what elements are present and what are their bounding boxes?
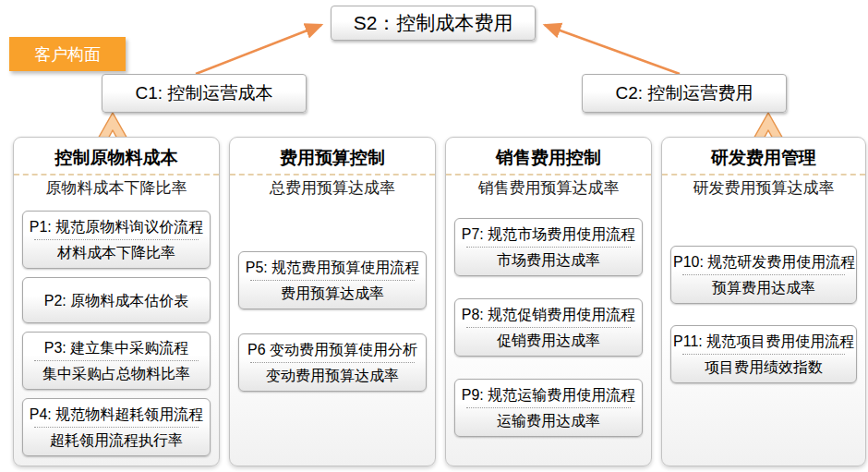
process-metric: 变动费用预算达成率 bbox=[241, 364, 424, 387]
process-metric: 集中采购占总物料比率 bbox=[25, 362, 208, 385]
process-item-p4: P4: 规范物料超耗领用流程 超耗领用流程执行率 bbox=[22, 398, 211, 456]
strategy-map-diagram: 客户构面 S2：控制成本费用 C1: 控制运营成本 C2: 控制运营费用 控制原… bbox=[0, 0, 868, 472]
process-item-list: P10: 规范研发费用使用流程 预算费用达成率 P11: 规范项目费用使用流程 … bbox=[670, 246, 857, 383]
process-item-list: P7: 规范市场费用使用流程 市场费用达成率 P8: 规范促销费用使用流程 促销… bbox=[454, 218, 643, 437]
dashed-divider bbox=[662, 174, 865, 175]
process-label: P3: 建立集中采购流程 bbox=[25, 336, 208, 359]
item-divider bbox=[250, 280, 415, 281]
arrow-c1-to-s2-icon bbox=[196, 25, 321, 74]
process-metric: 市场费用达成率 bbox=[457, 248, 640, 272]
process-item-p10: P10: 规范研发费用使用流程 预算费用达成率 bbox=[670, 246, 857, 304]
process-metric: 材料成本下降比率 bbox=[25, 241, 208, 264]
item-divider bbox=[34, 239, 199, 240]
process-metric: 促销费用达成率 bbox=[457, 329, 640, 352]
process-item-list: P1: 规范原物料询议价流程 材料成本下降比率 P2: 原物料成本估价表 P3:… bbox=[22, 211, 211, 456]
item-divider bbox=[34, 360, 199, 361]
panel-metric: 原物料成本下降比率 bbox=[22, 177, 211, 200]
panel-material-cost-control: 控制原物料成本 原物料成本下降比率 P1: 规范原物料询议价流程 材料成本下降比… bbox=[13, 137, 220, 466]
strategy-node-s2: S2：控制成本费用 bbox=[331, 6, 536, 41]
process-item-p11: P11: 规范项目费用使用流程 项目费用绩效指数 bbox=[670, 325, 857, 383]
process-label: P7: 规范市场费用使用流程 bbox=[457, 223, 640, 246]
process-item-p8: P8: 规范促销费用使用流程 促销费用达成率 bbox=[454, 298, 643, 357]
process-item-p1: P1: 规范原物料询议价流程 材料成本下降比率 bbox=[22, 211, 211, 269]
process-item-p9: P9: 规范运输费用使用流程 运输费用达成率 bbox=[454, 379, 643, 437]
process-label: P4: 规范物料超耗领用流程 bbox=[25, 403, 208, 426]
process-metric: 运输费用达成率 bbox=[457, 409, 640, 432]
process-label: P1: 规范原物料询议价流程 bbox=[25, 215, 208, 238]
process-item-p7: P7: 规范市场费用使用流程 市场费用达成率 bbox=[454, 218, 643, 276]
process-metric: 超耗领用流程执行率 bbox=[25, 429, 208, 452]
item-divider bbox=[466, 327, 631, 328]
item-divider bbox=[466, 407, 631, 408]
item-divider bbox=[682, 354, 845, 355]
process-label: P5: 规范费用预算使用流程 bbox=[241, 256, 424, 279]
panel-title: 费用预算控制 bbox=[238, 145, 427, 171]
process-label: P9: 规范运输费用使用流程 bbox=[457, 383, 640, 406]
strategy-node-label: C1: 控制运营成本 bbox=[136, 81, 273, 105]
item-divider bbox=[466, 247, 631, 248]
process-item-p3: P3: 建立集中采购流程 集中采购占总物料比率 bbox=[22, 332, 211, 390]
dashed-divider bbox=[230, 174, 435, 175]
panel-expense-budget-control: 费用预算控制 总费用预算达成率 P5: 规范费用预算使用流程 费用预算达成率 P… bbox=[229, 137, 436, 466]
item-divider bbox=[682, 274, 845, 275]
panel-metric: 销售费用预算达成率 bbox=[454, 177, 643, 200]
process-label: P11: 规范项目费用使用流程 bbox=[673, 330, 854, 353]
panel-rd-expense-management: 研发费用管理 研发费用预算达成率 P10: 规范研发费用使用流程 预算费用达成率… bbox=[661, 137, 866, 466]
process-item-p5: P5: 规范费用预算使用流程 费用预算达成率 bbox=[238, 251, 427, 309]
strategy-node-label: S2：控制成本费用 bbox=[354, 10, 513, 36]
process-label: P6 变动费用预算使用分析 bbox=[241, 338, 424, 361]
process-item-p6: P6 变动费用预算使用分析 变动费用预算达成率 bbox=[238, 333, 427, 392]
panel-metric: 总费用预算达成率 bbox=[238, 177, 427, 200]
perspective-badge-label: 客户构面 bbox=[34, 43, 101, 66]
item-divider bbox=[250, 362, 415, 363]
dashed-divider bbox=[446, 174, 651, 175]
panel-title: 研发费用管理 bbox=[670, 145, 857, 171]
dashed-divider bbox=[14, 174, 219, 175]
perspective-badge: 客户构面 bbox=[9, 37, 126, 71]
process-metric: 项目费用绩效指数 bbox=[673, 356, 854, 379]
process-metric: 费用预算达成率 bbox=[241, 282, 424, 305]
panel-metric: 研发费用预算达成率 bbox=[670, 177, 857, 200]
process-item-list: P5: 规范费用预算使用流程 费用预算达成率 P6 变动费用预算使用分析 变动费… bbox=[238, 251, 427, 392]
process-item-p2: P2: 原物料成本估价表 bbox=[22, 277, 211, 323]
panel-sales-expense-control: 销售费用控制 销售费用预算达成率 P7: 规范市场费用使用流程 市场费用达成率 … bbox=[445, 137, 652, 466]
strategy-node-c1: C1: 控制运营成本 bbox=[102, 74, 307, 113]
process-label: P10: 规范研发费用使用流程 bbox=[673, 250, 854, 273]
item-divider bbox=[34, 427, 199, 428]
strategy-node-label: C2: 控制运营费用 bbox=[616, 81, 753, 105]
process-metric: 预算费用达成率 bbox=[673, 276, 854, 299]
panel-title: 控制原物料成本 bbox=[22, 145, 211, 171]
panel-title: 销售费用控制 bbox=[454, 145, 643, 171]
process-label: P8: 规范促销费用使用流程 bbox=[457, 303, 640, 326]
arrow-c2-to-s2-icon bbox=[545, 25, 680, 74]
strategy-node-c2: C2: 控制运营费用 bbox=[582, 74, 787, 113]
process-label: P2: 原物料成本估价表 bbox=[44, 289, 188, 312]
